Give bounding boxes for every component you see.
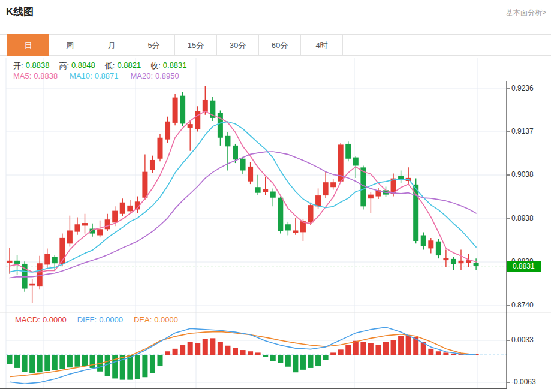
high-value: 0.8848: [71, 61, 95, 71]
close-value: 0.8831: [163, 61, 187, 71]
price-axis-label: 0.8938: [511, 214, 534, 222]
low-label: 低:: [105, 61, 115, 71]
price-axis-label: 0.9038: [511, 170, 534, 179]
price-axis-label: 0.9236: [511, 84, 534, 92]
close-label: 收:: [150, 61, 161, 71]
macd-readout: MACD:0.0000 DIFF:0.0000 DEA:0.0000: [15, 315, 178, 324]
ma20-readout: MA20:0.8950: [130, 71, 179, 80]
macd-value-readout: MACD:0.0000: [15, 315, 67, 324]
page-root: { "header": { "title": "K线图", "link": "基…: [0, 0, 551, 392]
ma5-readout: MA5:0.8838: [13, 71, 58, 80]
low-value: 0.8821: [117, 61, 141, 71]
macd-axis-label: -0.0063: [511, 378, 536, 386]
ma10-readout: MA10:0.8871: [70, 71, 118, 80]
high-label: 高:: [59, 61, 69, 71]
open-value: 0.8838: [26, 61, 50, 71]
open-label: 开:: [13, 61, 23, 71]
chart-canvas[interactable]: [0, 0, 551, 392]
price-axis-label: 0.9137: [511, 127, 534, 135]
current-price-badge: 0.8831: [507, 261, 541, 272]
ohlc-readout: 开:0.8838 高:0.8848 低:0.8821 收:0.8831: [13, 61, 187, 71]
dea-value-readout: DEA:0.0000: [134, 315, 178, 324]
price-axis-label: 0.8740: [511, 301, 534, 309]
diff-value-readout: DIFF:0.0000: [77, 315, 123, 324]
ma-readout: MA5:0.8838 MA10:0.8871 MA20:0.8950: [13, 71, 179, 80]
macd-axis-label: 0.0033: [511, 336, 534, 344]
